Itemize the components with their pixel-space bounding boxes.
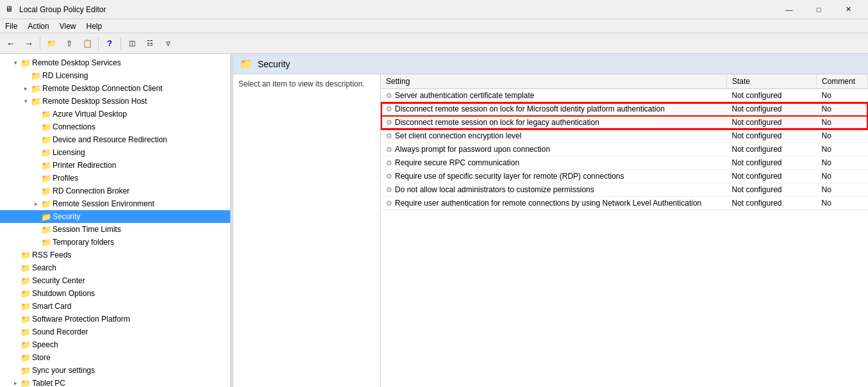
folder-header-icon: 📁	[240, 58, 253, 70]
toolbar-filter[interactable]: ▿	[160, 35, 176, 52]
setting-icon-cell: ⚙Require use of specific security layer …	[381, 170, 727, 183]
folder-icon-tablet-pc: 📁	[21, 379, 31, 388]
toolbar-copy[interactable]: 📋	[79, 35, 96, 52]
col-state[interactable]: State	[727, 74, 817, 89]
tree-item-session-time-limits[interactable]: 📁Session Time Limits	[0, 223, 230, 236]
table-row[interactable]: ⚙Require user authentication for remote …	[381, 197, 868, 210]
toolbar-up[interactable]: ⇧	[61, 35, 78, 52]
toolbar-view2[interactable]: ☷	[142, 35, 158, 52]
folder-icon-temporary-folders: 📁	[41, 238, 51, 247]
tree-label-printer-redirection: Printer Redirection	[53, 161, 116, 170]
tree-expander-remote-desktop-connection-client[interactable]: ▸	[21, 85, 31, 92]
setting-icon-cell: ⚙Set client connection encryption level	[381, 129, 727, 143]
tree-item-security[interactable]: 📁Security	[0, 210, 230, 223]
setting-icon-cell: ⚙Require secure RPC communication	[381, 156, 727, 170]
tree-item-remote-desktop-connection-client[interactable]: ▸📁Remote Desktop Connection Client	[0, 82, 230, 95]
tree-item-rd-connection-broker[interactable]: 📁RD Connection Broker	[0, 185, 230, 197]
tree-item-sound-recorder[interactable]: 📁Sound Recorder	[0, 325, 230, 338]
setting-label: Require use of specific security layer f…	[395, 172, 624, 181]
tree-item-speech[interactable]: 📁Speech	[0, 338, 230, 351]
folder-icon-azure-virtual-desktop: 📁	[41, 110, 51, 119]
tree-item-security-center[interactable]: 📁Security Center	[0, 274, 230, 287]
table-row[interactable]: ⚙Set client connection encryption levelN…	[381, 129, 868, 143]
toolbar-help[interactable]: ?	[101, 35, 118, 52]
setting-comment: No	[817, 143, 868, 156]
setting-icon-cell: ⚙Disconnect remote session on lock for M…	[381, 103, 727, 116]
setting-state: Not configured	[727, 197, 817, 210]
table-row[interactable]: ⚙Require use of specific security layer …	[381, 170, 868, 183]
tree-item-shutdown-options[interactable]: 📁Shutdown Options	[0, 287, 230, 300]
folder-icon-security: 📁	[41, 212, 51, 222]
tree-label-search: Search	[32, 263, 56, 272]
table-header-row: Setting State Comment	[381, 74, 868, 89]
table-row[interactable]: ⚙Disconnect remote session on lock for l…	[381, 116, 868, 129]
settings-pane[interactable]: Setting State Comment ⚙Server authentica…	[381, 74, 868, 387]
tree-label-sound-recorder: Sound Recorder	[32, 327, 88, 336]
tree-item-profiles[interactable]: 📁Profiles	[0, 172, 230, 185]
tree-label-security: Security	[53, 212, 80, 221]
tree-pane[interactable]: ▾📁Remote Desktop Services📁RD Licensing▸📁…	[0, 54, 231, 387]
col-comment[interactable]: Comment	[817, 74, 868, 89]
toolbar-show-hide-tree[interactable]: 📁	[43, 35, 60, 52]
tree-item-rss-feeds[interactable]: 📁RSS Feeds	[0, 249, 230, 261]
setting-comment: No	[817, 103, 868, 116]
tree-item-remote-desktop-services[interactable]: ▾📁Remote Desktop Services	[0, 56, 230, 69]
tree-label-rd-connection-broker: RD Connection Broker	[53, 186, 129, 195]
tree-label-tablet-pc: Tablet PC	[32, 379, 65, 387]
content-header-title: Security	[258, 59, 290, 69]
table-row[interactable]: ⚙Require secure RPC communicationNot con…	[381, 156, 868, 170]
menu-action[interactable]: Action	[22, 19, 54, 33]
folder-icon-smart-card: 📁	[21, 302, 31, 311]
tree-item-remote-session-environment[interactable]: ▸📁Remote Session Environment	[0, 197, 230, 210]
setting-label: Require user authentication for remote c…	[395, 199, 701, 208]
tree-item-search[interactable]: 📁Search	[0, 261, 230, 274]
setting-label: Require secure RPC communication	[395, 158, 519, 167]
minimize-button[interactable]: —	[774, 0, 804, 19]
close-button[interactable]: ✕	[833, 0, 863, 19]
tree-item-connections[interactable]: 📁Connections	[0, 120, 230, 133]
tree-item-device-resource-redirection[interactable]: 📁Device and Resource Redirection	[0, 133, 230, 146]
toolbar-forward[interactable]: →	[21, 35, 37, 52]
tree-item-sync-your-settings[interactable]: 📁Sync your settings	[0, 364, 230, 377]
folder-icon-search: 📁	[21, 263, 31, 273]
setting-label: Always prompt for password upon connecti…	[395, 145, 550, 154]
setting-label: Server authentication certificate templa…	[395, 91, 534, 100]
tree-label-sync-your-settings: Sync your settings	[32, 366, 95, 375]
table-row[interactable]: ⚙Always prompt for password upon connect…	[381, 143, 868, 156]
table-row[interactable]: ⚙Disconnect remote session on lock for M…	[381, 103, 868, 116]
main-layout: ▾📁Remote Desktop Services📁RD Licensing▸📁…	[0, 54, 868, 387]
toolbar-back[interactable]: ←	[3, 35, 19, 52]
menu-view[interactable]: View	[54, 19, 81, 33]
tree-label-profiles: Profiles	[53, 174, 78, 183]
tree-item-store[interactable]: 📁Store	[0, 351, 230, 364]
tree-item-tablet-pc[interactable]: ▸📁Tablet PC	[0, 377, 230, 387]
tree-label-remote-desktop-connection-client: Remote Desktop Connection Client	[42, 84, 162, 93]
tree-expander-tablet-pc[interactable]: ▸	[10, 380, 21, 386]
table-row[interactable]: ⚙Server authentication certificate templ…	[381, 89, 868, 103]
tree-item-printer-redirection[interactable]: 📁Printer Redirection	[0, 159, 230, 172]
content-body: Select an item to view its description. …	[233, 74, 868, 387]
tree-expander-remote-session-environment[interactable]: ▸	[31, 201, 41, 207]
tree-item-remote-desktop-session-host[interactable]: ▾📁Remote Desktop Session Host	[0, 95, 230, 108]
tree-item-temporary-folders[interactable]: 📁Temporary folders	[0, 236, 230, 249]
settings-table: Setting State Comment ⚙Server authentica…	[381, 74, 868, 210]
tree-expander-remote-desktop-session-host[interactable]: ▾	[21, 98, 31, 104]
folder-icon-shutdown-options: 📁	[21, 289, 31, 299]
tree-expander-remote-desktop-services[interactable]: ▾	[10, 60, 21, 66]
tree-item-azure-virtual-desktop[interactable]: 📁Azure Virtual Desktop	[0, 108, 230, 120]
col-setting[interactable]: Setting	[381, 74, 727, 89]
tree-item-software-protection-platform[interactable]: 📁Software Protection Platform	[0, 313, 230, 325]
setting-icon: ⚙	[386, 159, 392, 167]
toolbar-view1[interactable]: ◫	[124, 35, 140, 52]
table-row[interactable]: ⚙Do not allow local administrators to cu…	[381, 183, 868, 197]
tree-item-licensing[interactable]: 📁Licensing	[0, 146, 230, 159]
menu-file[interactable]: File	[0, 19, 22, 33]
menu-help[interactable]: Help	[81, 19, 108, 33]
tree-item-smart-card[interactable]: 📁Smart Card	[0, 300, 230, 313]
folder-icon-remote-desktop-session-host: 📁	[31, 97, 41, 106]
folder-icon-connections: 📁	[41, 122, 51, 132]
setting-state: Not configured	[727, 103, 817, 116]
tree-item-rd-licensing[interactable]: 📁RD Licensing	[0, 69, 230, 82]
tree-label-licensing: Licensing	[53, 148, 85, 157]
maximize-button[interactable]: □	[804, 0, 833, 19]
